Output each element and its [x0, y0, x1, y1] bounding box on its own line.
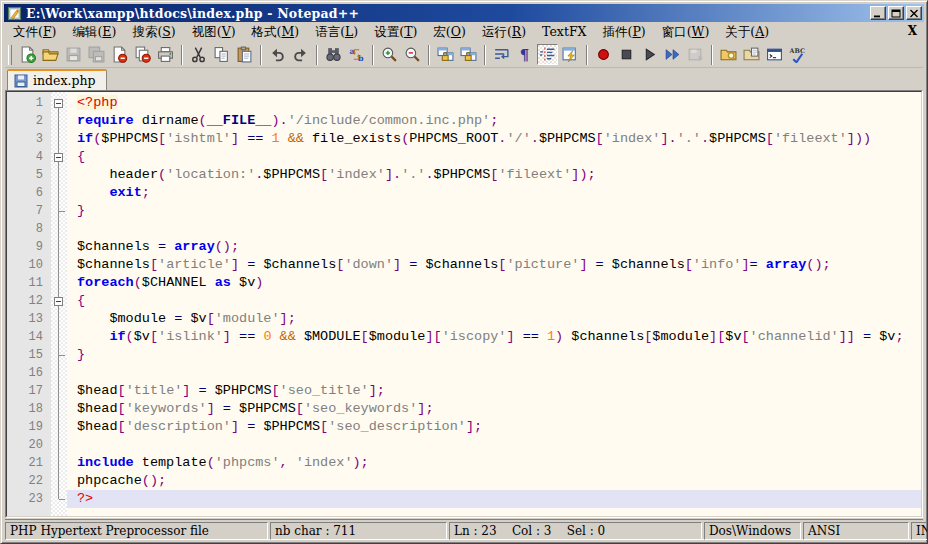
- menu-item-v[interactable]: 视图(V): [184, 23, 244, 42]
- save-file-button[interactable]: [63, 44, 84, 65]
- code-line-8[interactable]: [67, 220, 921, 238]
- sync-horizontal-scroll-button[interactable]: [458, 44, 479, 65]
- menu-item-o[interactable]: 宏(O): [425, 23, 474, 42]
- toolbar-separator: [181, 45, 183, 65]
- open-containing-folder-button[interactable]: [718, 44, 739, 65]
- sync-vertical-scroll-button[interactable]: [435, 44, 456, 65]
- fold-marker: [51, 436, 67, 454]
- zoom-in-button[interactable]: [379, 44, 400, 65]
- code-line-5[interactable]: header('location:'.$PHPCMS['index'].'.'.…: [67, 166, 921, 184]
- editor[interactable]: 1<?php2require dirname(__FILE__).'/inclu…: [6, 91, 922, 517]
- line-number: 6: [7, 184, 51, 202]
- toolbar-separator: [260, 45, 262, 65]
- tab-index-php[interactable]: index.php: [7, 69, 107, 90]
- code-line-3[interactable]: if($PHPCMS['ishtml'] == 1 && file_exists…: [67, 130, 921, 148]
- undo-button[interactable]: [267, 44, 288, 65]
- open-file-button[interactable]: [40, 44, 61, 65]
- code-line-4[interactable]: {: [67, 148, 921, 166]
- play-macro-button[interactable]: [639, 44, 660, 65]
- code-line-23[interactable]: ?>: [67, 490, 921, 508]
- fold-marker: [51, 454, 67, 472]
- code-line-17[interactable]: $head['title'] = $PHPCMS['seo_title'];: [67, 382, 921, 400]
- code-line-16[interactable]: [67, 364, 921, 382]
- code-line-18[interactable]: $head['keywords'] = $PHPCMS['seo_keyword…: [67, 400, 921, 418]
- show-all-chars-button[interactable]: ¶: [514, 44, 535, 65]
- code-line-1[interactable]: <?php: [67, 94, 921, 112]
- copy-icon: [213, 46, 230, 63]
- find-icon: [325, 46, 342, 63]
- function-completion-button[interactable]: [560, 44, 581, 65]
- editor-line-9: 9$channels = array();: [7, 238, 921, 256]
- menu-item-w[interactable]: 窗口(W): [654, 23, 718, 42]
- menu-item-f[interactable]: 文件(F): [5, 23, 64, 42]
- menu-item-m[interactable]: 格式(M): [244, 23, 308, 42]
- close-button[interactable]: [906, 6, 922, 20]
- show-indent-guide-button[interactable]: [537, 44, 558, 65]
- close-all-button[interactable]: [132, 44, 153, 65]
- line-number: 23: [7, 490, 51, 508]
- code-line-10[interactable]: $channels['article'] = $channels['down']…: [67, 256, 921, 274]
- close-document-x[interactable]: X: [908, 24, 917, 38]
- editor-frame: 1<?php2require dirname(__FILE__).'/inclu…: [5, 90, 923, 518]
- find-button[interactable]: [323, 44, 344, 65]
- fold-marker[interactable]: [51, 292, 67, 310]
- word-wrap-button[interactable]: [491, 44, 512, 65]
- code-line-19[interactable]: $head['description'] = $PHPCMS['seo_desc…: [67, 418, 921, 436]
- fold-marker[interactable]: [51, 148, 67, 166]
- menu-item-a[interactable]: 关于(A): [717, 23, 777, 42]
- menu-item-e[interactable]: 编辑(E): [64, 23, 124, 42]
- open-cmd-button[interactable]: [764, 44, 785, 65]
- code-line-20[interactable]: [67, 436, 921, 454]
- print-button[interactable]: [155, 44, 176, 65]
- code-line-22[interactable]: phpcache();: [67, 472, 921, 490]
- fold-marker: [51, 472, 67, 490]
- minimize-button[interactable]: [870, 6, 886, 20]
- paste-button[interactable]: [234, 44, 255, 65]
- menu-item-t[interactable]: 设置(T): [366, 23, 425, 42]
- code-line-21[interactable]: include template('phpcms', 'index');: [67, 454, 921, 472]
- folder-as-workspace-button[interactable]: [741, 44, 762, 65]
- svg-text:ABC: ABC: [789, 47, 805, 55]
- fold-marker: [51, 274, 67, 292]
- menu-item-s[interactable]: 搜索(S): [124, 23, 183, 42]
- spell-check-button[interactable]: ABC: [787, 44, 808, 65]
- close-file-button[interactable]: [109, 44, 130, 65]
- line-number: 10: [7, 256, 51, 274]
- code-line-2[interactable]: require dirname(__FILE__).'/include/comm…: [67, 112, 921, 130]
- record-macro-button[interactable]: [593, 44, 614, 65]
- maximize-button[interactable]: [888, 6, 904, 20]
- code-line-9[interactable]: $channels = array();: [67, 238, 921, 256]
- status-doc-type: PHP Hypertext Preprocessor file: [5, 522, 268, 540]
- save-macro-button[interactable]: [685, 44, 706, 65]
- play-icon: [641, 46, 658, 63]
- run-macro-multiple-button[interactable]: [662, 44, 683, 65]
- fold-marker[interactable]: [51, 94, 67, 112]
- fold-marker: [51, 220, 67, 238]
- save-all-button[interactable]: [86, 44, 107, 65]
- replace-button[interactable]: ab: [346, 44, 367, 65]
- saveall-icon: [88, 46, 105, 63]
- editor-line-19: 19$head['description'] = $PHPCMS['seo_de…: [7, 418, 921, 436]
- code-line-14[interactable]: if($v['islink'] == 0 && $MODULE[$module]…: [67, 328, 921, 346]
- savemacro-icon: [687, 46, 704, 63]
- code-line-7[interactable]: }: [67, 202, 921, 220]
- zoom-out-button[interactable]: [402, 44, 423, 65]
- menu-item-textfx[interactable]: TextFX: [534, 23, 594, 42]
- menu-item-p[interactable]: 插件(P): [595, 23, 654, 42]
- copy-button[interactable]: [211, 44, 232, 65]
- code-line-6[interactable]: exit;: [67, 184, 921, 202]
- new-file-button[interactable]: [17, 44, 38, 65]
- code-line-11[interactable]: foreach($CHANNEL as $v): [67, 274, 921, 292]
- folderdoc-icon: [743, 46, 760, 63]
- cut-button[interactable]: [188, 44, 209, 65]
- code-line-15[interactable]: }: [67, 346, 921, 364]
- menu-item-r[interactable]: 运行(R): [474, 23, 534, 42]
- code-line-12[interactable]: {: [67, 292, 921, 310]
- toolbar-separator: [711, 45, 713, 65]
- redo-button[interactable]: [290, 44, 311, 65]
- editor-line-6: 6 exit;: [7, 184, 921, 202]
- code-line-13[interactable]: $module = $v['module'];: [67, 310, 921, 328]
- menu-item-l[interactable]: 语言(L): [307, 23, 366, 42]
- notepad-plus-plus-app-icon: [7, 6, 22, 21]
- stop-macro-button[interactable]: [616, 44, 637, 65]
